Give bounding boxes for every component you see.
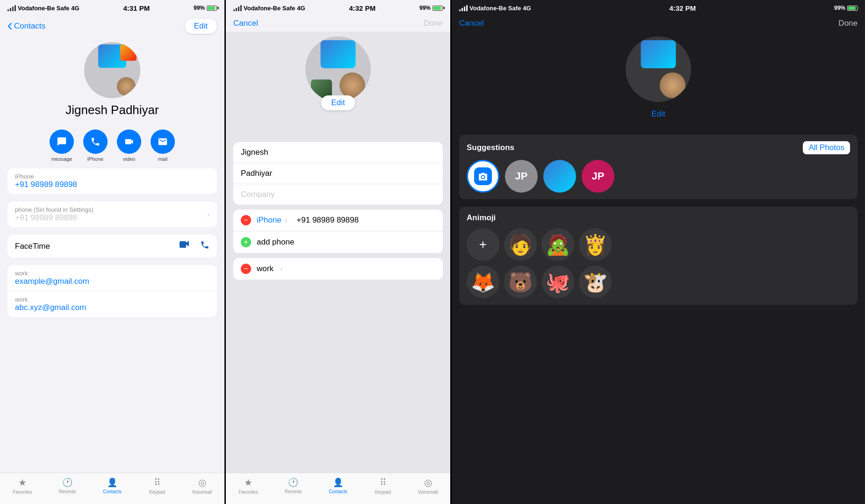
battery-icon-3 (847, 6, 858, 11)
tab-bar-2: ★ Favorites 🕐 Recents 👤 Contacts ⠿ Keypa… (226, 473, 450, 504)
cancel-button-2[interactable]: Cancel (233, 19, 258, 28)
iphone-number[interactable]: +91 98989 89898 (15, 180, 77, 189)
keypad-icon-2: ⠿ (380, 477, 387, 488)
last-name-value: Padhiyar (241, 169, 272, 178)
work-email-1[interactable]: example@gmail.com (15, 277, 89, 286)
tab-recents-2[interactable]: 🕐 Recents (271, 477, 316, 494)
edit-overlay-btn-2[interactable]: Edit (321, 95, 355, 110)
recents-icon: 🕐 (62, 477, 72, 488)
add-phone-row[interactable]: + add phone (233, 231, 443, 253)
signal-icon-2 (233, 5, 242, 11)
animoji-bear[interactable]: 🐻 (504, 266, 537, 298)
network-2: 4G (297, 5, 305, 12)
svg-rect-0 (180, 241, 186, 248)
animoji-fox[interactable]: 🦊 (467, 266, 499, 298)
animoji-man[interactable]: 🧑 (504, 228, 537, 261)
signal-icon-3 (459, 5, 468, 11)
animoji-cow[interactable]: 🐮 (579, 266, 612, 298)
animoji-princess[interactable]: 👸 (579, 228, 612, 261)
edit-button-1[interactable]: Edit (185, 19, 217, 34)
phone-edit-section: − iPhone › +91 98989 89898 + add phone (233, 209, 443, 253)
camera-icon (474, 167, 492, 185)
tab-contacts-label: Contacts (103, 489, 121, 494)
plus-button[interactable]: + (241, 237, 251, 247)
tab-keypad-1[interactable]: ⠿ Keypad (135, 477, 180, 495)
tab-keypad-2[interactable]: ⠿ Keypad (360, 477, 405, 495)
work-email-2-row: work abc.xyz@gmail.com (7, 291, 217, 317)
avatar-2[interactable] (305, 36, 371, 102)
minus-button[interactable]: − (241, 215, 251, 225)
top-nav-3: Cancel Done (452, 15, 865, 32)
back-button-1[interactable]: Contacts (7, 22, 45, 31)
action-mail-label: mail (158, 156, 167, 162)
status-bar-2: Vodafone-Be Safe 4G 4:32 PM 99% (226, 0, 450, 15)
action-video[interactable]: video (117, 130, 141, 162)
work-row-edit: − work › (233, 258, 443, 280)
siri-number: +91 98989 89898 (15, 213, 94, 223)
work-label-2: work (15, 296, 86, 303)
edit-link-button-3[interactable]: Edit (651, 109, 665, 119)
voicemail-icon-2: ◎ (424, 477, 432, 488)
tab-voicemail-label: Voicemail (192, 490, 212, 495)
work-chevron-icon: › (280, 265, 282, 273)
work-email-2[interactable]: abc.xyz@gmail.com (15, 303, 86, 312)
tab-voicemail-2[interactable]: ◎ Voicemail (405, 477, 450, 495)
jp-pink-initials: JP (592, 170, 605, 182)
siri-section: phone (Siri found in Settings) +91 98989… (7, 202, 217, 227)
chevron-icon-siri: › (207, 211, 209, 218)
company-field[interactable]: Company (233, 184, 443, 205)
photo-suggestion[interactable] (543, 160, 576, 193)
jp-gray-initials: JP (515, 170, 528, 182)
animoji-row-2: 🦊 🐻 🐙 🐮 (467, 266, 850, 298)
carrier-1: Vodafone-Be Safe (18, 5, 69, 12)
siri-label: phone (Siri found in Settings) (15, 206, 94, 213)
action-message[interactable]: message (50, 130, 74, 162)
screen2: Vodafone-Be Safe 4G 4:32 PM 99% Cancel D… (226, 0, 450, 504)
battery-icon-2 (432, 6, 443, 11)
edit-avatar-section-2: Edit (226, 32, 450, 125)
time-3: 4:32 PM (669, 4, 696, 12)
suggestions-header: Suggestions All Photos (467, 141, 850, 154)
status-bar-3: Vodafone-Be Safe 4G 4:32 PM 99% (452, 0, 865, 15)
tab-favorites-1[interactable]: ★ Favorites (0, 477, 45, 495)
phone-edit-row: − iPhone › +91 98989 89898 (233, 209, 443, 231)
top-nav-1: Contacts Edit (0, 15, 224, 37)
facetime-audio-icon[interactable] (200, 240, 209, 252)
add-phone-label: add phone (257, 238, 294, 247)
work-type-label: work (257, 264, 274, 274)
tab-favorites-2[interactable]: ★ Favorites (226, 477, 271, 495)
tab-contacts-2[interactable]: 👤 Contacts (316, 477, 360, 494)
first-name-value: Jignesh (241, 148, 268, 157)
suggestions-title: Suggestions (467, 143, 514, 152)
tab-contacts-1[interactable]: 👤 Contacts (90, 477, 135, 494)
jp-gray-suggestion[interactable]: JP (505, 160, 538, 193)
last-name-field[interactable]: Padhiyar (233, 163, 443, 184)
tab-favorites-label: Favorites (13, 490, 32, 495)
action-phone[interactable]: iPhone (83, 130, 108, 162)
first-name-field[interactable]: Jignesh (233, 142, 443, 163)
phone-chevron-icon: › (285, 216, 288, 224)
animoji-add-button[interactable]: + (467, 228, 499, 261)
avatar-3[interactable] (626, 36, 691, 102)
minus-work-button[interactable]: − (241, 264, 251, 274)
action-mail[interactable]: mail (151, 130, 175, 162)
action-message-label: message (51, 156, 72, 162)
jp-pink-suggestion[interactable]: JP (582, 160, 614, 193)
facetime-video-icon[interactable] (180, 240, 191, 252)
animoji-octopus[interactable]: 🐙 (541, 266, 574, 298)
form-section-2: Jignesh Padhiyar Company (233, 142, 443, 205)
tab-voicemail-1[interactable]: ◎ Voicemail (180, 477, 224, 495)
tab-recents-label: Recents (59, 489, 76, 494)
signal-icon (7, 5, 16, 11)
phone-type-label[interactable]: iPhone › (257, 216, 287, 225)
all-photos-button[interactable]: All Photos (803, 141, 850, 154)
animoji-zombie[interactable]: 🧟 (541, 228, 574, 261)
cancel-button-3[interactable]: Cancel (459, 19, 484, 28)
tab-recents-1[interactable]: 🕐 Recents (45, 477, 90, 494)
camera-suggestion[interactable] (467, 160, 499, 193)
carrier-2: Vodafone-Be Safe (244, 5, 295, 12)
phone-number-edit[interactable]: +91 98989 89898 (296, 216, 359, 225)
work-section-edit: − work › (233, 258, 443, 280)
siri-row[interactable]: phone (Siri found in Settings) +91 98989… (7, 202, 217, 227)
battery-pct-2: 99% (419, 5, 431, 11)
